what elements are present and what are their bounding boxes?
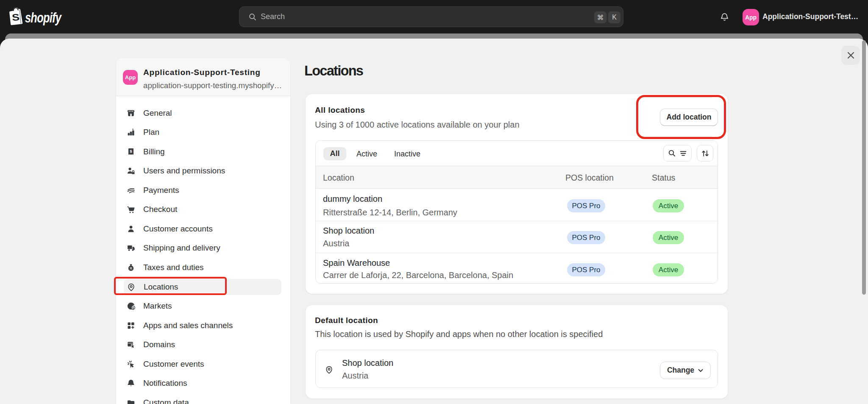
svg-text:shopify: shopify xyxy=(25,10,62,25)
svg-text:S: S xyxy=(11,12,20,22)
